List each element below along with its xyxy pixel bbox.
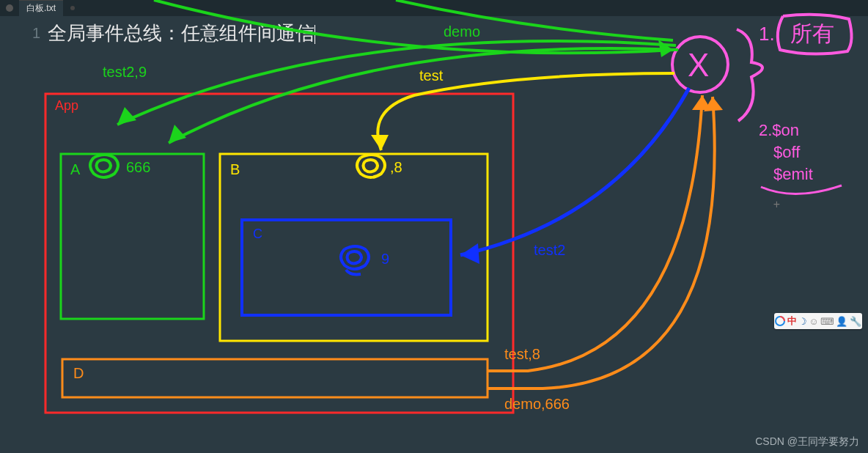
keyboard-icon: ⌨ <box>820 316 834 327</box>
note2-line2: $off <box>773 143 801 161</box>
arrow-blue-test2-head <box>460 243 479 264</box>
scribble-c-icon <box>341 246 369 274</box>
scribble-a-icon <box>90 155 118 177</box>
box-b-label: B <box>230 161 240 177</box>
arrow-yellow-test <box>378 73 674 150</box>
label-test8: test,8 <box>504 346 540 362</box>
ime-logo-icon <box>775 316 785 326</box>
line-number: 1 <box>0 25 48 42</box>
box-c-value: 9 <box>381 251 389 267</box>
smile-icon: ☺ <box>809 316 818 327</box>
tab-filename[interactable]: 白板.txt <box>19 0 63 16</box>
note2-underline <box>761 185 842 194</box>
box-b <box>220 154 488 341</box>
tab-bar: 白板.txt <box>0 0 868 16</box>
arrow-orange-test8-head <box>692 95 711 110</box>
box-d <box>62 359 488 397</box>
label-test: test <box>419 67 444 84</box>
note2-line1: 2.$on <box>759 121 799 139</box>
arrow-blue-test2 <box>460 88 689 255</box>
plus-marker: + <box>773 198 780 211</box>
arrow-orange-demo666 <box>488 97 715 388</box>
arrow-green-test2-b-head <box>117 107 136 125</box>
arrow-orange-demo666-head <box>704 97 723 111</box>
box-a-label: A <box>70 161 81 177</box>
page-title[interactable]: 全局事件总线：任意组件间通信 <box>48 21 315 46</box>
title-text: 全局事件总线：任意组件间通信 <box>48 22 315 44</box>
box-c-label: C <box>253 226 262 241</box>
arrow-green-test2 <box>169 48 678 143</box>
scribble-b-icon <box>357 155 385 177</box>
tab-dot-icon <box>6 4 13 12</box>
bus-symbol: X <box>688 47 709 83</box>
diagram-overlay: App A 666 B ,8 C 9 D X 1. 所有 2.$on $off … <box>0 0 868 453</box>
box-a-value: 666 <box>126 159 150 175</box>
box-d-label: D <box>73 365 84 381</box>
box-a <box>61 154 204 319</box>
text-cursor <box>315 25 315 44</box>
arrow-green-test2-b <box>117 41 676 125</box>
watermark: CSDN @王同学要努力 <box>755 435 859 449</box>
moon-icon: ☽ <box>798 316 807 327</box>
app-label: App <box>55 98 78 113</box>
label-blue-test2: test2 <box>534 242 565 258</box>
ime-toolbar[interactable]: 中 ☽ ☺ ⌨ 👤 🔧 <box>774 313 862 329</box>
note2-line3: $emit <box>773 165 813 183</box>
label-test2-9: test2,9 <box>103 64 147 80</box>
ime-zhong: 中 <box>787 314 797 328</box>
box-c <box>242 220 451 315</box>
box-b-value: ,8 <box>390 159 402 175</box>
arrow-orange-test8 <box>488 95 702 371</box>
label-demo666: demo,666 <box>504 396 570 412</box>
user-icon: 👤 <box>836 316 847 327</box>
tab-modified-icon <box>70 6 75 10</box>
wrench-icon: 🔧 <box>850 316 861 327</box>
arrow-yellow-test-head <box>371 135 389 150</box>
arrow-green-test2-head <box>169 125 186 143</box>
app-box <box>45 94 513 413</box>
editor-line: 1 全局事件总线：任意组件间通信 <box>0 21 868 46</box>
